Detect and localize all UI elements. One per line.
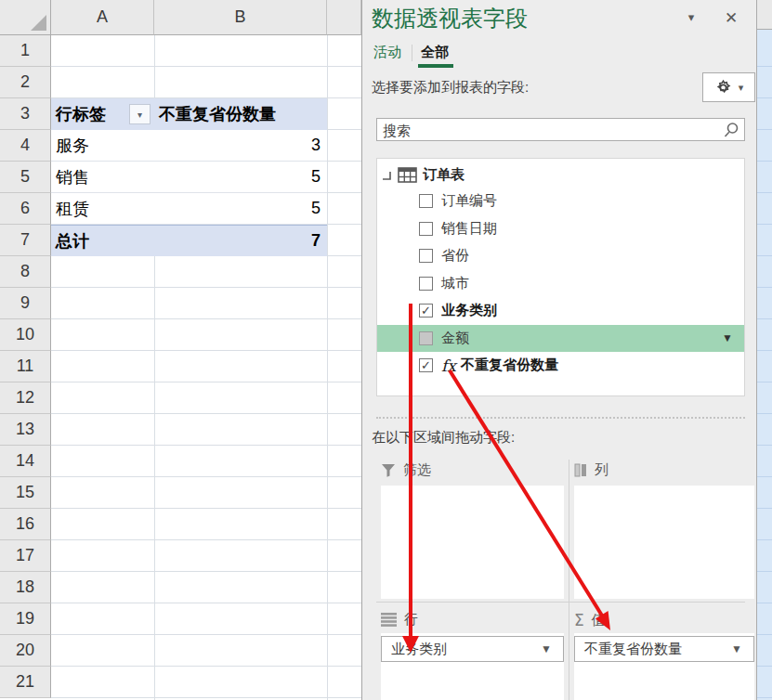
row-header-1[interactable]: 1: [0, 35, 51, 67]
pivot-row-value: 5: [154, 199, 327, 218]
checkbox-unchecked[interactable]: [419, 277, 433, 291]
area-field-chip-不重复省份数量[interactable]: 不重复省份数量▼: [574, 636, 754, 662]
row-header-18[interactable]: 18: [0, 572, 51, 603]
row-header-2[interactable]: 2: [0, 67, 51, 98]
areas-vertical-divider: [569, 460, 569, 700]
excel-window: AB 123456789101112131415161718192021 行标签…: [0, 0, 772, 700]
field-label: 不重复省份数量: [461, 356, 558, 374]
columns-icon: [574, 463, 587, 477]
cell-grid[interactable]: 行标签 ▾ 不重复省份数量 服务3销售5租赁5 总计 7: [51, 35, 361, 700]
checkbox-unchecked[interactable]: [419, 194, 433, 208]
area-dropzone-columns[interactable]: [574, 486, 754, 599]
field-item-省份[interactable]: 省份: [377, 242, 744, 270]
pane-options-caret-icon[interactable]: ▾: [681, 10, 701, 24]
pane-title: 数据透视表字段: [372, 4, 528, 33]
table-name: 订单表: [423, 166, 465, 184]
search-box[interactable]: [376, 118, 745, 141]
checkbox-checked[interactable]: ✓: [419, 304, 433, 318]
select-all-corner[interactable]: [0, 0, 51, 35]
funnel-icon: [381, 463, 396, 477]
checkbox-disabled[interactable]: [419, 331, 433, 345]
areas-horizontal-divider: [376, 602, 745, 603]
row-header-11[interactable]: 11: [0, 351, 51, 382]
worksheet: AB 123456789101112131415161718192021 行标签…: [0, 0, 361, 700]
sigma-icon: Σ: [574, 611, 584, 629]
field-item-不重复省份数量[interactable]: ✓fx不重复省份数量: [377, 352, 744, 380]
row-header-4[interactable]: 4: [0, 130, 51, 162]
drag-areas-label: 在以下区域间拖动字段:: [372, 429, 515, 447]
row-header-8[interactable]: 8: [0, 256, 51, 288]
checkbox-unchecked[interactable]: [419, 249, 433, 263]
pivot-row-value: 3: [154, 136, 327, 155]
table-node[interactable]: 订单表: [377, 159, 744, 188]
row-labels-filter-button[interactable]: ▾: [129, 104, 150, 124]
row-header-15[interactable]: 15: [0, 477, 51, 509]
field-item-销售日期[interactable]: 销售日期: [377, 215, 744, 243]
area-field-chip-业务类别[interactable]: 业务类别▼: [381, 636, 564, 662]
area-dropzone-values[interactable]: 不重复省份数量▼: [574, 633, 754, 700]
row-header-7[interactable]: 7: [0, 225, 51, 256]
checkbox-checked[interactable]: ✓: [419, 358, 433, 372]
row-header-14[interactable]: 14: [0, 446, 51, 477]
row-header-6[interactable]: 6: [0, 193, 51, 225]
search-icon: [723, 122, 739, 138]
column-header-B[interactable]: B: [154, 0, 327, 35]
section-divider: [376, 417, 745, 419]
pivot-row-label: 销售: [51, 166, 154, 188]
tab-all-underline: [418, 64, 453, 68]
tab-divider: [412, 45, 412, 61]
row-header-21[interactable]: 21: [0, 667, 51, 698]
row-header-9[interactable]: 9: [0, 288, 51, 319]
area-label-filters: 筛选: [381, 461, 431, 479]
field-label: 业务类别: [441, 302, 497, 319]
tools-button[interactable]: ▾: [702, 72, 755, 102]
pivot-row-label: 服务: [51, 135, 154, 157]
row-header-20[interactable]: 20: [0, 635, 51, 667]
tab-active[interactable]: 活动: [373, 44, 401, 61]
row-header-13[interactable]: 13: [0, 414, 51, 446]
row-header-5[interactable]: 5: [0, 162, 51, 193]
area-label-columns: 列: [574, 461, 608, 479]
area-dropzone-filters[interactable]: [381, 486, 564, 599]
row-header-12[interactable]: 12: [0, 382, 51, 414]
row-header-19[interactable]: 19: [0, 603, 51, 635]
checkbox-unchecked[interactable]: [419, 222, 433, 236]
pivot-data-row: 销售5: [51, 162, 327, 193]
field-dropdown-icon[interactable]: ▼: [722, 331, 733, 344]
gear-caret-icon: ▾: [739, 82, 744, 94]
field-item-城市[interactable]: 城市: [377, 270, 744, 298]
pane-close-icon[interactable]: ✕: [721, 8, 741, 28]
field-label: 省份: [441, 247, 469, 265]
field-list: 订单表 订单编号销售日期省份城市✓业务类别金额▼✓fx不重复省份数量: [376, 158, 745, 396]
area-label-text: 列: [595, 461, 608, 479]
area-label-rows: 行: [381, 611, 418, 629]
area-label-text: 筛选: [403, 461, 431, 479]
collapse-icon[interactable]: [382, 170, 392, 180]
total-value: 7: [154, 231, 327, 251]
row-header-3[interactable]: 3: [0, 98, 51, 130]
column-header-A[interactable]: A: [51, 0, 154, 35]
field-item-金额[interactable]: 金额▼: [377, 325, 744, 353]
row-header-16[interactable]: 16: [0, 509, 51, 540]
field-item-订单编号[interactable]: 订单编号: [377, 188, 744, 215]
chip-dropdown-icon[interactable]: ▼: [541, 642, 552, 655]
worksheet-strip-header: [757, 0, 772, 30]
row-header-17[interactable]: 17: [0, 540, 51, 572]
pivot-row-label: 租赁: [51, 198, 154, 220]
column-header-partial[interactable]: [327, 0, 361, 35]
field-item-业务类别[interactable]: ✓业务类别: [377, 297, 744, 325]
table-icon: [398, 167, 417, 183]
pivot-data-row: 服务3: [51, 130, 327, 162]
area-label-text: 行: [404, 611, 418, 629]
field-label: 销售日期: [441, 220, 497, 238]
search-input[interactable]: [381, 120, 719, 141]
gear-icon: [714, 79, 732, 97]
tab-all[interactable]: 全部: [421, 44, 449, 61]
gridline: [327, 35, 328, 700]
area-dropzone-rows[interactable]: 业务类别▼: [381, 633, 564, 700]
chip-dropdown-icon[interactable]: ▼: [731, 642, 742, 655]
area-label-values: Σ值: [574, 611, 606, 629]
row-header-10[interactable]: 10: [0, 319, 51, 351]
pivot-table[interactable]: 行标签 ▾ 不重复省份数量 服务3销售5租赁5 总计 7: [51, 98, 327, 256]
fx-measure-icon: fx: [441, 356, 456, 375]
